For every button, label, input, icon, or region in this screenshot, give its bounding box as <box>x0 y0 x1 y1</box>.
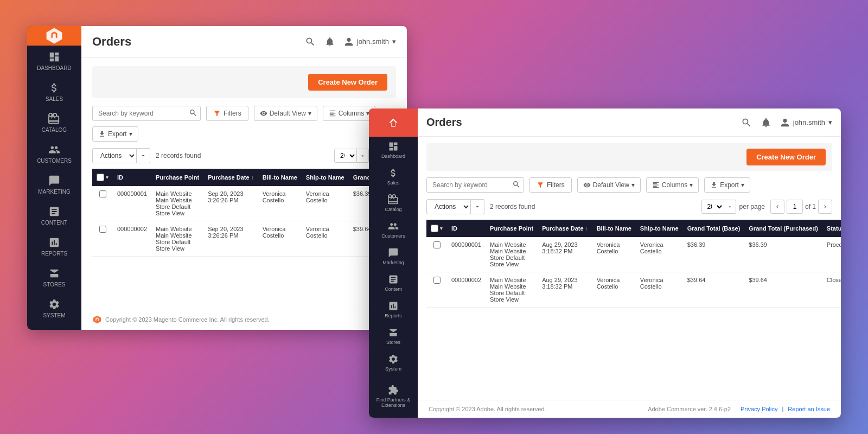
export-button-1[interactable]: Export ▾ <box>92 126 138 142</box>
row-checkbox-1-1[interactable] <box>99 190 106 197</box>
select-chevron-1[interactable]: ▾ <box>106 175 108 180</box>
th-purchase-point-1[interactable]: Purchase Point <box>151 169 203 186</box>
cell2-bill-to: Veronica Costello <box>592 272 636 308</box>
sidebar-item-catalog[interactable]: CATALOG <box>27 107 81 138</box>
sidebar2-item-catalog[interactable]: Catalog <box>369 190 418 216</box>
select-chevron-2[interactable]: ▾ <box>440 226 443 231</box>
sidebar2-item-extensions[interactable]: Find Partners & Extensions <box>369 380 418 412</box>
cell2-bill-to: Veronica Costello <box>592 237 636 272</box>
user-menu-1[interactable]: john.smith ▾ <box>344 37 396 47</box>
sidebar2-item-reports[interactable]: Reports <box>369 296 418 323</box>
page-number-input-2[interactable] <box>787 200 803 214</box>
select-all-checkbox-1[interactable] <box>97 174 104 181</box>
th2-grand-total-base[interactable]: Grand Total (Base) <box>683 220 745 237</box>
actions-select-btn-2[interactable] <box>471 199 484 214</box>
cell2-status: Closed <box>822 272 841 308</box>
th2-ship-to[interactable]: Ship-to Name <box>636 220 683 237</box>
per-page-select-1[interactable]: 20 <box>334 149 357 163</box>
view-button-1[interactable]: Default View ▾ <box>254 106 317 121</box>
view-button-2[interactable]: Default View ▾ <box>577 177 641 193</box>
per-page-btn-2[interactable] <box>724 200 736 214</box>
footer-privacy-link-2[interactable]: Privacy Policy <box>741 406 777 412</box>
sidebar-item-sales[interactable]: SALES <box>27 76 81 107</box>
sidebar-item-marketing[interactable]: MARKETING <box>27 169 81 200</box>
sidebar2-item-system[interactable]: System <box>369 349 418 376</box>
topbar-2: Orders john.smith ▾ <box>418 108 841 137</box>
sidebar-2: Dashboard Sales Catalog Customers Market… <box>369 108 418 418</box>
actions-row-2: Actions 2 records found 20 <box>426 199 832 214</box>
cell-purchase-date: Sep 20, 2023 3:26:26 PM <box>203 221 258 257</box>
search-input-1[interactable] <box>92 106 201 121</box>
table-row: 000000002 Main Website Main Website Stor… <box>426 272 841 308</box>
th2-bill-to[interactable]: Bill-to Name <box>592 220 636 237</box>
search-submit-button-1[interactable] <box>189 108 197 119</box>
sidebar-item-content[interactable]: CONTENT <box>27 200 81 231</box>
select-all-checkbox-2[interactable] <box>431 225 438 232</box>
cell-purchase-date: Sep 20, 2023 3:26:26 PM <box>203 186 258 221</box>
sidebar2-item-sales[interactable]: Sales <box>369 163 418 190</box>
next-page-btn-2[interactable] <box>818 200 832 214</box>
cell2-ship-to: Veronica Costello <box>636 237 683 272</box>
th2-purchase-point[interactable]: Purchase Point <box>486 220 538 237</box>
cell2-purchase-date: Aug 29, 2023 3:18:32 PM <box>538 272 592 308</box>
search-icon-topbar-1[interactable] <box>305 36 316 47</box>
actions-select-1[interactable]: Actions <box>92 148 137 163</box>
search-icon-topbar-2[interactable] <box>741 117 752 128</box>
sidebar2-item-marketing[interactable]: Marketing <box>369 243 418 270</box>
cell2-ship-to: Veronica Costello <box>636 272 683 308</box>
orders-table-1: ▾ ID Purchase Point Purchase Date ↑ Bill… <box>92 169 407 257</box>
row-checkbox-1-2[interactable] <box>99 226 106 233</box>
cell2-purchase-point: Main Website Main Website Store Default … <box>486 272 538 308</box>
create-order-button-2[interactable]: Create New Order <box>746 149 826 165</box>
notifications-icon-2[interactable] <box>761 117 771 128</box>
search-input-wrap-2 <box>426 177 524 193</box>
per-page-select-2[interactable]: 20 <box>701 200 724 214</box>
th2-id[interactable]: ID <box>447 220 486 237</box>
cell2-id: 000000001 <box>447 237 486 272</box>
prev-page-btn-2[interactable] <box>770 200 784 214</box>
sidebar-item-customers[interactable]: CUSTOMERS <box>27 138 81 169</box>
sidebar-item-stores[interactable]: STORES <box>27 262 81 293</box>
th2-status[interactable]: Status <box>822 220 841 237</box>
actions-select-btn-1[interactable] <box>137 148 150 163</box>
sidebar2-item-stores[interactable]: Stores <box>369 323 418 349</box>
create-order-button-1[interactable]: Create New Order <box>308 74 387 91</box>
search-input-2[interactable] <box>426 177 524 193</box>
th-bill-to-1[interactable]: Bill-to Name <box>258 169 302 186</box>
sidebar-item-extensions[interactable]: FIND PARTNERS & EXTENSIONS <box>27 324 81 330</box>
sidebar2-item-dashboard[interactable]: Dashboard <box>369 137 418 163</box>
footer-report-link-2[interactable]: Report an Issue <box>788 406 830 412</box>
th2-grand-total-purch[interactable]: Grand Total (Purchased) <box>744 220 822 237</box>
notifications-icon-1[interactable] <box>324 36 335 47</box>
sidebar2-item-customers[interactable]: Customers <box>369 216 418 243</box>
window-magento-orders-2: Dashboard Sales Catalog Customers Market… <box>369 108 841 418</box>
cell-purchase-point: Main Website Main Website Store Default … <box>151 186 203 221</box>
cell2-id: 000000002 <box>447 272 486 308</box>
table-row: 000000001 Main Website Main Website Stor… <box>92 186 407 221</box>
per-page-btn-1[interactable] <box>357 149 369 163</box>
th2-purchase-date[interactable]: Purchase Date ↑ <box>538 220 592 237</box>
th-id-1[interactable]: ID <box>113 169 151 186</box>
columns-button-1[interactable]: Columns ▾ <box>323 106 375 121</box>
actions-select-wrap-2: Actions <box>426 199 484 214</box>
sidebar-item-system[interactable]: SYSTEM <box>27 293 81 324</box>
row2-checkbox-2[interactable] <box>433 277 441 284</box>
filters-button-2[interactable]: Filters <box>529 177 572 193</box>
th-purchase-date-1[interactable]: Purchase Date ↑ <box>203 169 258 186</box>
search-submit-button-2[interactable] <box>512 180 521 190</box>
search-input-wrap-1 <box>92 106 201 121</box>
sidebar-item-dashboard[interactable]: DASHBOARD <box>27 46 81 76</box>
export-button-2[interactable]: Export ▾ <box>704 177 750 193</box>
per-page-label-2: per page <box>739 203 765 210</box>
sidebar-item-reports[interactable]: REPORTS <box>27 231 81 262</box>
page-of-label-2: of 1 <box>805 203 816 210</box>
sidebar2-item-content[interactable]: Content <box>369 270 418 296</box>
row2-checkbox-1[interactable] <box>433 241 441 248</box>
filters-button-1[interactable]: Filters <box>206 106 248 121</box>
actions-select-2[interactable]: Actions <box>426 199 471 214</box>
content-area-2: Create New Order Filters <box>418 137 841 400</box>
action-bar-top-1: Create New Order <box>92 66 396 98</box>
th-ship-to-1[interactable]: Ship-to Name <box>302 169 349 186</box>
user-menu-2[interactable]: john.smith ▾ <box>780 118 832 127</box>
columns-button-2[interactable]: Columns ▾ <box>646 177 699 193</box>
